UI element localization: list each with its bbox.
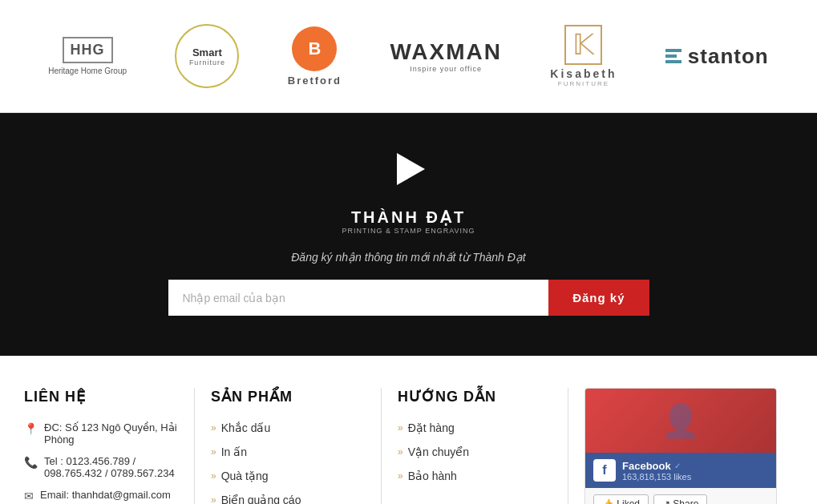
partners-row: HHG Heritage Home Group Smart Furniture …: [0, 16, 817, 96]
arrow-icon: »: [398, 422, 403, 433]
kisabeth-icon: 𝕂: [564, 25, 602, 65]
partner-smart-furniture[interactable]: Smart Furniture: [175, 24, 239, 88]
furniture-text: Furniture: [189, 58, 225, 67]
hhg-abbreviation: HHG: [63, 37, 113, 63]
product-label-0: Khắc dấu: [221, 421, 271, 434]
arrow-icon: »: [211, 422, 216, 433]
contact-phone-text: Tel : 0123.456.789 / 098.765.432 / 0789.…: [44, 455, 178, 479]
newsletter-subscribe-button[interactable]: Đăng ký: [548, 280, 649, 316]
partner-stanton[interactable]: stanton: [665, 24, 769, 88]
guide-item-0[interactable]: » Đặt hàng: [398, 421, 552, 434]
newsletter-tagline: Đăng ký nhận thông tin mới nhất từ Thành…: [291, 251, 525, 264]
facebook-logo-icon: f: [593, 459, 616, 482]
guide-label-0: Đặt hàng: [408, 421, 455, 434]
hhg-full-name: Heritage Home Group: [48, 67, 127, 75]
products-title: SẢN PHẨM: [211, 388, 365, 405]
brand-sub: PRINTING & STAMP ENGRAVING: [342, 227, 475, 235]
product-label-1: In ấn: [221, 446, 247, 458]
partner-waxman[interactable]: WAXMAN Inspire your office: [390, 24, 502, 88]
guide-item-1[interactable]: » Vận chuyển: [398, 446, 552, 458]
footer-products-column: SẢN PHẨM » Khắc dấu » In ấn » Quà tặng »…: [195, 388, 382, 504]
waxman-subtitle: Inspire your office: [410, 65, 482, 73]
product-label-2: Quà tặng: [221, 470, 269, 482]
stanton-icon: [665, 49, 682, 63]
location-icon: 📍: [24, 422, 38, 435]
facebook-widget: 👤 f Facebook ✓ 163,818,153 likes 👍 Liked…: [584, 388, 777, 504]
kisabeth-name: Kisabeth: [550, 67, 617, 80]
facebook-verified-icon: ✓: [674, 462, 681, 470]
guide-title: HƯỚNG DẪN: [398, 388, 552, 405]
facebook-actions: 👍 Liked ↗ Share: [593, 494, 768, 504]
stanton-name: stanton: [688, 44, 769, 69]
facebook-liked-button[interactable]: 👍 Liked: [593, 494, 649, 504]
newsletter-section: THÀNH ĐẠT PRINTING & STAMP ENGRAVING Đăn…: [0, 113, 817, 356]
newsletter-form: Đăng ký: [168, 280, 649, 316]
contact-address-text: ĐC: Số 123 Ngô Quyền, Hải Phòng: [44, 421, 178, 446]
facebook-body: 👍 Liked ↗ Share You and 6 other friends …: [585, 488, 776, 504]
contact-title: LIÊN HỆ: [24, 388, 178, 405]
partner-heritage-home-group[interactable]: HHG Heritage Home Group: [48, 24, 127, 88]
product-item-3[interactable]: » Biển quảng cáo: [211, 494, 365, 504]
partner-bretford[interactable]: B Bretford: [288, 24, 342, 88]
facebook-info: Facebook ✓ 163,818,153 likes: [622, 460, 768, 482]
partner-kisabeth[interactable]: 𝕂 Kisabeth FURNITURE: [550, 24, 617, 88]
kisabeth-subtitle: FURNITURE: [558, 80, 609, 87]
contact-phone: 📞 Tel : 0123.456.789 / 098.765.432 / 078…: [24, 455, 178, 479]
brand-logo: [385, 145, 433, 196]
guide-item-2[interactable]: » Bảo hành: [398, 470, 552, 482]
guide-label-2: Bảo hành: [408, 470, 457, 482]
product-item-2[interactable]: » Quà tặng: [211, 470, 365, 482]
brand-name: THÀNH ĐẠT: [351, 208, 466, 227]
smart-text: Smart: [192, 46, 222, 58]
product-label-3: Biển quảng cáo: [221, 494, 301, 504]
facebook-cover-image: 👤: [585, 389, 776, 453]
newsletter-email-input[interactable]: [168, 280, 549, 316]
footer-guide-column: HƯỚNG DẪN » Đặt hàng » Vận chuyển » Bảo …: [382, 388, 568, 504]
contact-email-text: Email: thanhdat@gmail.com: [40, 489, 171, 501]
footer-contact-column: LIÊN HỆ 📍 ĐC: Số 123 Ngô Quyền, Hải Phòn…: [24, 388, 195, 504]
facebook-page-name: Facebook: [622, 460, 671, 472]
guide-label-1: Vận chuyển: [408, 446, 469, 458]
facebook-share-button[interactable]: ↗ Share: [653, 494, 707, 504]
product-item-0[interactable]: » Khắc dấu: [211, 421, 365, 434]
facebook-likes-count: 163,818,153 likes: [622, 472, 768, 482]
contact-address: 📍 ĐC: Số 123 Ngô Quyền, Hải Phòng: [24, 421, 178, 446]
arrow-icon: »: [211, 446, 216, 458]
waxman-name: WAXMAN: [390, 39, 502, 65]
facebook-header: f Facebook ✓ 163,818,153 likes: [585, 453, 776, 488]
brand-logo-icon: [385, 145, 433, 193]
footer-facebook-column: 👤 f Facebook ✓ 163,818,153 likes 👍 Liked…: [568, 388, 793, 504]
arrow-icon: »: [398, 446, 403, 458]
bretford-name: Bretford: [288, 75, 342, 87]
arrow-icon: »: [211, 470, 216, 482]
contact-email: ✉ Email: thanhdat@gmail.com: [24, 489, 178, 502]
phone-icon: 📞: [24, 456, 38, 469]
footer-section: LIÊN HỆ 📍 ĐC: Số 123 Ngô Quyền, Hải Phòn…: [0, 356, 817, 504]
email-icon: ✉: [24, 490, 34, 502]
arrow-icon: »: [398, 470, 403, 482]
product-item-1[interactable]: » In ấn: [211, 446, 365, 458]
arrow-icon: »: [211, 494, 216, 504]
bretford-icon: B: [292, 26, 337, 71]
partners-section: HHG Heritage Home Group Smart Furniture …: [0, 0, 817, 113]
svg-marker-0: [397, 153, 425, 185]
